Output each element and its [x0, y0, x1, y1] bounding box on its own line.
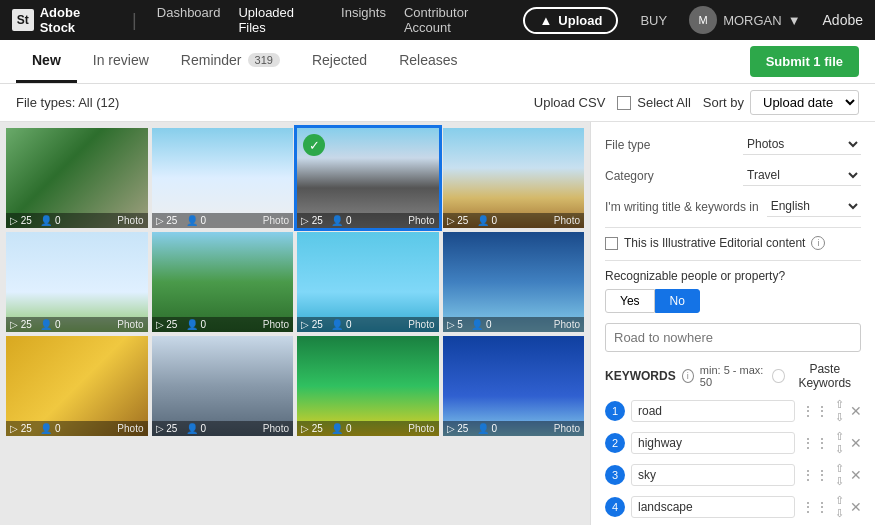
image-overlay-7: ▷ 25 👤 0Photo: [297, 317, 439, 332]
tab-rejected[interactable]: Rejected: [296, 40, 383, 83]
keyword-remove-2[interactable]: ✕: [850, 435, 862, 451]
keyword-drag-2[interactable]: ⋮⋮: [801, 435, 829, 451]
nav-insights[interactable]: Insights: [341, 5, 386, 35]
image-overlay-10: ▷ 25 👤 0Photo: [152, 421, 294, 436]
language-select[interactable]: English: [767, 196, 861, 217]
image-cell-11[interactable]: ▷ 25 👤 0Photo: [297, 336, 439, 436]
upload-csv-link[interactable]: Upload CSV: [534, 95, 606, 110]
img-tags-5: ▷ 25 👤 0: [10, 319, 61, 330]
user-dropdown-icon: ▼: [788, 13, 801, 28]
img-tags-1: ▷ 25 👤 0: [10, 215, 61, 226]
image-cell-9[interactable]: ▷ 25 👤 0Photo: [6, 336, 148, 436]
img-tags-6: ▷ 25 👤 0: [156, 319, 207, 330]
image-cell-1[interactable]: ▷ 25 👤 0Photo: [6, 128, 148, 228]
img-tags-8: ▷ 5 👤 0: [447, 319, 492, 330]
keyword-remove-3[interactable]: ✕: [850, 467, 862, 483]
category-select[interactable]: Travel: [743, 165, 861, 186]
image-cell-5[interactable]: ▷ 25 👤 0Photo: [6, 232, 148, 332]
img-tags-3: ▷ 25 👤 0: [301, 215, 352, 226]
illustrative-row: This is Illustrative Editorial content i: [605, 236, 861, 250]
image-overlay-9: ▷ 25 👤 0Photo: [6, 421, 148, 436]
image-cell-8[interactable]: ▷ 5 👤 0Photo: [443, 232, 585, 332]
paste-keywords-label: Paste Keywords: [789, 362, 861, 390]
file-type-select[interactable]: Photos: [743, 134, 861, 155]
img-type-4: Photo: [554, 215, 580, 226]
tab-releases[interactable]: Releases: [383, 40, 473, 83]
image-overlay-4: ▷ 25 👤 0Photo: [443, 213, 585, 228]
submit-button[interactable]: Submit 1 file: [750, 46, 859, 77]
keyword-row-3: 3 ⋮⋮ ⇧⇩ ✕: [605, 462, 861, 488]
keyword-input-2[interactable]: [631, 432, 795, 454]
divider: [605, 227, 861, 228]
user-area[interactable]: M MORGAN ▼: [689, 6, 800, 34]
keyword-arrows-3[interactable]: ⇧⇩: [835, 462, 844, 488]
tab-bar: New In review Reminder 319 Rejected Rele…: [0, 40, 875, 84]
keywords-info-icon[interactable]: i: [682, 369, 694, 383]
illustrative-checkbox[interactable]: [605, 237, 618, 250]
keyword-drag-1[interactable]: ⋮⋮: [801, 403, 829, 419]
img-tags-7: ▷ 25 👤 0: [301, 319, 352, 330]
check-circle-3: ✓: [303, 134, 325, 156]
image-cell-2[interactable]: ▷ 25 👤 0Photo: [152, 128, 294, 228]
keyword-drag-4[interactable]: ⋮⋮: [801, 499, 829, 515]
image-overlay-5: ▷ 25 👤 0Photo: [6, 317, 148, 332]
tab-reminder[interactable]: Reminder 319: [165, 40, 296, 83]
image-overlay-2: ▷ 25 👤 0Photo: [152, 213, 294, 228]
recognizable-label: Recognizable people or property?: [605, 269, 861, 283]
image-cell-6[interactable]: ▷ 25 👤 0Photo: [152, 232, 294, 332]
select-all-label[interactable]: Select All: [637, 95, 690, 110]
img-tags-2: ▷ 25 👤 0: [156, 215, 207, 226]
no-button[interactable]: No: [655, 289, 700, 313]
sort-by-label: Sort by: [703, 95, 744, 110]
keyword-input-1[interactable]: [631, 400, 795, 422]
upload-button[interactable]: ▲ Upload: [523, 7, 618, 34]
keyword-remove-4[interactable]: ✕: [850, 499, 862, 515]
keywords-label: KEYWORDS: [605, 369, 676, 383]
image-cell-10[interactable]: ▷ 25 👤 0Photo: [152, 336, 294, 436]
img-type-12: Photo: [554, 423, 580, 434]
image-overlay-6: ▷ 25 👤 0Photo: [152, 317, 294, 332]
yes-button[interactable]: Yes: [605, 289, 655, 313]
keyword-arrows-2[interactable]: ⇧⇩: [835, 430, 844, 456]
user-name: MORGAN: [723, 13, 782, 28]
tab-new[interactable]: New: [16, 40, 77, 83]
title-input[interactable]: [605, 323, 861, 352]
nav-divider: |: [132, 10, 137, 31]
image-cell-4[interactable]: ▷ 25 👤 0Photo: [443, 128, 585, 228]
upload-icon: ▲: [539, 13, 552, 28]
keyword-input-3[interactable]: [631, 464, 795, 486]
keyword-drag-3[interactable]: ⋮⋮: [801, 467, 829, 483]
category-row: Category Travel: [605, 165, 861, 186]
nav-dashboard[interactable]: Dashboard: [157, 5, 221, 35]
keyword-remove-1[interactable]: ✕: [850, 403, 862, 419]
img-type-3: Photo: [408, 215, 434, 226]
yes-no-buttons: Yes No: [605, 289, 861, 313]
image-overlay-8: ▷ 5 👤 0Photo: [443, 317, 585, 332]
keyword-num-4: 4: [605, 497, 625, 517]
avatar: M: [689, 6, 717, 34]
image-cell-3[interactable]: ✓▷ 25 👤 0Photo: [297, 128, 439, 228]
file-types-filter[interactable]: File types: All (12): [16, 95, 119, 110]
keyword-arrows-1[interactable]: ⇧⇩: [835, 398, 844, 424]
select-all-checkbox[interactable]: [617, 96, 631, 110]
image-cell-7[interactable]: ▷ 25 👤 0Photo: [297, 232, 439, 332]
img-type-9: Photo: [117, 423, 143, 434]
keyword-row-2: 2 ⋮⋮ ⇧⇩ ✕: [605, 430, 861, 456]
language-row: I'm writing title & keywords in English: [605, 196, 861, 217]
upload-label: Upload: [558, 13, 602, 28]
nav-uploaded-files[interactable]: Uploaded Files: [238, 5, 323, 35]
sort-select[interactable]: Upload date File name Status: [750, 90, 859, 115]
image-cell-12[interactable]: ▷ 25 👤 0Photo: [443, 336, 585, 436]
buy-link[interactable]: BUY: [640, 13, 667, 28]
keyword-arrows-4[interactable]: ⇧⇩: [835, 494, 844, 520]
img-type-2: Photo: [263, 215, 289, 226]
paste-keywords-button[interactable]: Paste Keywords: [772, 362, 861, 390]
keyword-input-4[interactable]: [631, 496, 795, 518]
illustrative-info-icon[interactable]: i: [811, 236, 825, 250]
tab-in-review[interactable]: In review: [77, 40, 165, 83]
image-overlay-12: ▷ 25 👤 0Photo: [443, 421, 585, 436]
nav-contributor-account[interactable]: Contributor Account: [404, 5, 516, 35]
image-grid: ▷ 25 👤 0Photo▷ 25 👤 0Photo✓▷ 25 👤 0Photo…: [0, 122, 590, 525]
keywords-header: KEYWORDS i min: 5 - max: 50 Paste Keywor…: [605, 362, 861, 390]
keywords-list: 1 ⋮⋮ ⇧⇩ ✕ 2 ⋮⋮ ⇧⇩ ✕ 3 ⋮⋮ ⇧⇩ ✕ 4 ⋮⋮ ⇧⇩ ✕ …: [605, 398, 861, 525]
